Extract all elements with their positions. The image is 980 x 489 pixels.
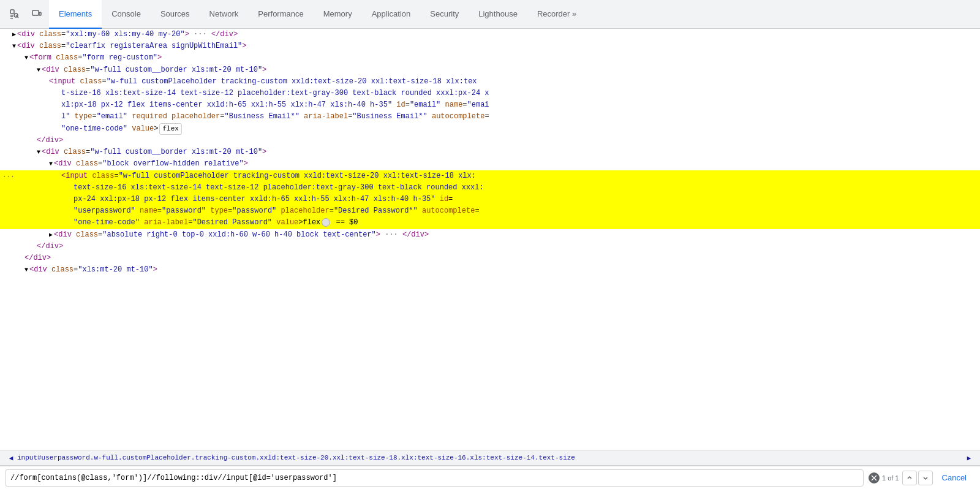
search-counter: 1 of 1 (882, 474, 899, 482)
xpath-search-input[interactable] (10, 474, 858, 482)
svg-rect-3 (10, 18, 13, 19)
code-line: t-size-16 xls:text-size-14 text-size-12 … (0, 88, 980, 99)
tab-sources[interactable]: Sources (151, 0, 200, 29)
tab-lighthouse[interactable]: Lighthouse (469, 0, 527, 29)
code-line: "one-time-code" aria-label="Desired Pass… (0, 217, 980, 229)
code-line: ...<input class="w-full customPlaceholde… (0, 170, 980, 182)
devtools-content: ▶<div class="xxl:my-60 xls:my-40 my-20">… (0, 29, 980, 489)
svg-rect-2 (10, 17, 13, 18)
code-line: ▼<div class="w-full custom__border xls:m… (0, 146, 980, 158)
tab-console[interactable]: Console (102, 0, 151, 29)
code-line: <input class="w-full customPlaceholder t… (0, 76, 980, 88)
code-line: "one-time-code" value>flex (0, 123, 980, 135)
svg-rect-6 (39, 12, 41, 15)
devtools-tab-bar: Elements Console Sources Network Perform… (0, 0, 980, 29)
tab-recorder[interactable]: Recorder » (527, 0, 586, 29)
search-input-wrapper (5, 469, 864, 487)
code-line: xl:px-18 px-12 flex items-center xxld:h-… (0, 99, 980, 111)
code-line: ▼<div class="block overflow-hidden relat… (0, 158, 980, 170)
search-clear-button[interactable] (869, 472, 880, 483)
code-line: "userpassword" name="password" type="pas… (0, 205, 980, 217)
code-line: </div> (0, 252, 980, 264)
tab-elements[interactable]: Elements (49, 0, 102, 29)
code-line: ▶<div class="xxl:my-60 xls:my-40 my-20">… (0, 29, 980, 40)
code-line: ▶<div class="absolute right-0 top-0 xxld… (0, 229, 980, 241)
breadcrumb-next-btn[interactable]: ▶ (963, 452, 975, 464)
code-line: ▼<div class="xls:mt-20 mt-10"> (0, 264, 980, 276)
device-toolbar-icon[interactable] (27, 4, 47, 24)
code-line: text-size-16 xls:text-size-14 text-size-… (0, 182, 980, 194)
elements-panel[interactable]: ▶<div class="xxl:my-60 xls:my-40 my-20">… (0, 29, 980, 450)
svg-rect-5 (32, 10, 39, 15)
code-line: px-24 xxl:px-18 px-12 flex items-center … (0, 194, 980, 205)
svg-rect-1 (10, 15, 13, 16)
code-line: </div> (0, 135, 980, 146)
search-cancel-button[interactable]: Cancel (933, 471, 975, 485)
search-next-button[interactable] (918, 471, 933, 485)
code-line: ▼<form class="form reg-custom"> (0, 52, 980, 64)
tab-performance[interactable]: Performance (248, 0, 313, 29)
tab-network[interactable]: Network (200, 0, 249, 29)
breadcrumb-bar: ◀ input#userpassword.w-full.customPlaceh… (0, 450, 980, 466)
breadcrumb-text: input#userpassword.w-full.customPlacehol… (17, 454, 963, 461)
tab-memory[interactable]: Memory (314, 0, 362, 29)
breadcrumb-prev-btn[interactable]: ◀ (5, 452, 17, 464)
svg-rect-0 (10, 10, 14, 13)
search-prev-button[interactable] (902, 471, 917, 485)
code-line: ▼<div class="w-full custom__border xls:m… (0, 64, 980, 76)
tab-security[interactable]: Security (420, 0, 469, 29)
tab-application[interactable]: Application (362, 0, 421, 29)
code-line: l" type="email" required placeholder="Bu… (0, 111, 980, 123)
code-line: ▼<div class="clearfix registeraArea sign… (0, 40, 980, 52)
inspect-element-icon[interactable] (5, 4, 24, 24)
console-bar: 1 of 1 Cancel (0, 466, 980, 489)
code-line: </div> (0, 241, 980, 252)
